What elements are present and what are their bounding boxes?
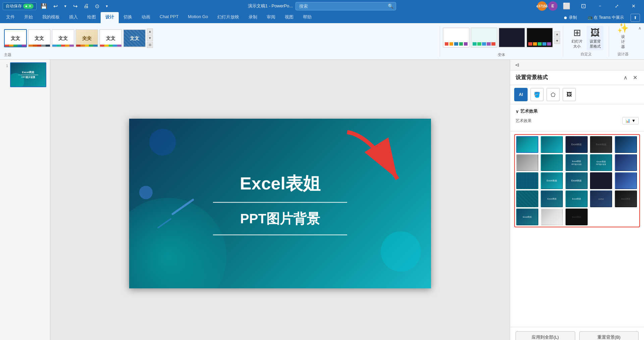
minimize-button[interactable]: － [592, 0, 608, 12]
theme-3[interactable]: 文文 [52, 29, 74, 47]
tab-image-button[interactable]: 🖼 [562, 88, 576, 101]
art-effect-18[interactable]: Excel表姐 [566, 190, 588, 207]
tab-file[interactable]: 文件 [1, 12, 19, 23]
variant-scroll-up[interactable]: ▲ [554, 31, 560, 37]
tab-chatppt[interactable]: Chat PPT [155, 12, 183, 23]
collapse-ribbon-button[interactable]: ∧ [638, 26, 641, 31]
variant-4[interactable] [526, 27, 553, 48]
art-effect-19[interactable]: yyy/yyy [590, 190, 612, 207]
designer-button[interactable]: ✨ 设计器 [614, 26, 632, 46]
teams-present-button[interactable]: 📺 在 Teams 中展示 [584, 13, 628, 22]
art-effect-15[interactable] [615, 172, 637, 189]
tab-shape-button[interactable]: ⬠ [546, 88, 560, 101]
panel-close-button[interactable]: ✕ [632, 74, 639, 81]
tab-view[interactable]: 视图 [280, 12, 298, 23]
art-effect-3[interactable]: Excel表姐 [566, 136, 588, 153]
close-button[interactable]: ✕ [626, 0, 641, 12]
variant-1[interactable] [443, 27, 470, 48]
search-input[interactable] [296, 2, 396, 10]
tab-draw[interactable]: 绘图 [83, 12, 101, 23]
right-panel: ⊲ 设置背景格式 ∧ ✕ AI 🪣 ⬠ 🖼 ∨ 艺术效果 艺术效果 [510, 60, 644, 340]
undo-button[interactable]: ↩ [51, 2, 60, 11]
restore-button[interactable]: ⤢ [609, 0, 625, 12]
art-effect-17[interactable]: Excel表姐 [541, 190, 563, 207]
art-effect-6[interactable] [516, 154, 538, 171]
theme-4[interactable]: 文文 [75, 29, 98, 47]
apply-all-button[interactable]: 应用到全部(L) [516, 331, 575, 340]
tab-design[interactable]: 设计 [101, 12, 119, 23]
tab-motiongo[interactable]: Motion Go [183, 12, 213, 23]
art-effect-23[interactable]: Excel表姐 [566, 209, 588, 225]
theme-scroll-down[interactable]: ▼ [147, 35, 153, 41]
reset-background-button[interactable]: 重置背景(B) [579, 331, 639, 340]
autosave-toggle[interactable]: ● ✕ [23, 4, 34, 9]
variant-scroll-down[interactable]: ▼ [554, 38, 560, 44]
art-effect-4[interactable]: Excel表姐 [590, 136, 612, 153]
redo-button[interactable]: ↪ [71, 2, 79, 11]
art-effect-12[interactable]: Excel表姐 [541, 172, 563, 189]
theme-scroll-expand[interactable]: ⊞ [147, 42, 153, 48]
art-effect-10[interactable] [615, 154, 637, 171]
art-effect-9[interactable]: Excel表姐PPT图片背景 [590, 154, 612, 171]
tab-transitions[interactable]: 切换 [119, 12, 137, 23]
panel-collapse-button[interactable]: ∧ [622, 74, 629, 81]
panel-collapse-left-button[interactable]: ⊲ [513, 61, 521, 69]
art-effect-1[interactable] [516, 136, 538, 153]
art-effect-7[interactable] [541, 154, 563, 171]
tab-animations[interactable]: 动画 [137, 12, 155, 23]
panel-header-icons: ∧ ✕ [622, 74, 639, 81]
slide-line-2 [213, 235, 347, 235]
slide-size-button[interactable]: ⊞ 幻灯片大小 [569, 26, 585, 50]
slide-thumb-1[interactable]: Excel表姐 PPT图片背景 [10, 62, 46, 87]
art-effect-11[interactable] [516, 172, 538, 189]
tab-help[interactable]: 帮助 [298, 12, 316, 23]
tab-home[interactable]: 开始 [19, 12, 38, 23]
save-button[interactable]: 💾 [39, 2, 49, 11]
art-effects-section: ∨ 艺术效果 艺术效果 📊 ▼ [510, 104, 644, 131]
ribbon-restore-btn[interactable]: ⊡ [576, 0, 591, 12]
art-effect-16[interactable] [516, 190, 538, 207]
theme-5[interactable]: 文文 [99, 29, 122, 47]
print-button[interactable]: 🖨 [82, 2, 91, 10]
art-effect-5[interactable] [615, 136, 637, 153]
autosave-button[interactable]: 自动保存 ● ✕ [3, 2, 37, 10]
customize-dropdown[interactable]: ▼ [103, 3, 111, 9]
deco-circle-bottom-right [381, 231, 421, 272]
art-effect-20[interactable]: Excel表姐 [615, 190, 637, 207]
undo-dropdown-button[interactable]: ▼ [62, 3, 69, 9]
variant-3[interactable] [498, 27, 525, 48]
theme-2[interactable]: 文文 [28, 29, 51, 47]
tab-slideshow[interactable]: 幻灯片放映 [213, 12, 244, 23]
art-effect-icon: 📊 [625, 118, 630, 123]
theme-scroll-up[interactable]: ▲ [147, 29, 153, 35]
more-button[interactable]: ⊙ [93, 2, 101, 11]
variant-2[interactable] [471, 27, 497, 48]
art-effect-21[interactable]: Excel表姐 [516, 209, 538, 225]
tab-ai-button[interactable]: AI [514, 88, 528, 101]
panel-bottom: 应用到全部(L) 重置背景(B) [510, 327, 644, 340]
designer-icon: ✨ [617, 22, 629, 34]
art-effect-22[interactable] [541, 209, 563, 225]
panel-header: 设置背景格式 ∧ ✕ [510, 70, 644, 85]
tab-insert[interactable]: 插入 [64, 12, 83, 23]
set-background-button[interactable]: 🖼 设置背景格式 [587, 26, 603, 50]
art-effect-8[interactable]: Excel表姐PPT图片背景 [566, 154, 588, 171]
art-effects-dropdown[interactable]: 📊 ▼ [622, 117, 639, 124]
theme-1[interactable]: 文文 [4, 29, 27, 47]
theme-6[interactable]: 文文 [123, 29, 146, 47]
set-background-icon: 🖼 [590, 27, 600, 38]
art-effect-2[interactable] [541, 136, 563, 153]
tab-record[interactable]: 录制 [244, 12, 262, 23]
tab-fill-button[interactable]: 🪣 [530, 88, 544, 101]
art-effect-14[interactable] [590, 172, 612, 189]
slide-content: Excel表姐 PPT图片背景 [213, 172, 347, 235]
title-bar: 自动保存 ● ✕ 💾 ↩ ▼ ↪ 🖨 ⊙ ▼ 演示文稿1 - PowerPo..… [0, 0, 644, 12]
ribbon-share-btn[interactable]: ⬜ [559, 0, 574, 12]
canvas-area[interactable]: Excel表姐 PPT图片背景 [50, 60, 510, 340]
slide-line-1 [213, 202, 347, 203]
tab-review[interactable]: 审阅 [262, 12, 280, 23]
tab-mytemplate[interactable]: 我的模板 [38, 12, 64, 23]
share-button[interactable]: ⬆ [631, 14, 640, 22]
record-button[interactable]: ⏺ 录制 [559, 13, 581, 22]
art-effect-13[interactable]: Excel表姐 [566, 172, 588, 189]
